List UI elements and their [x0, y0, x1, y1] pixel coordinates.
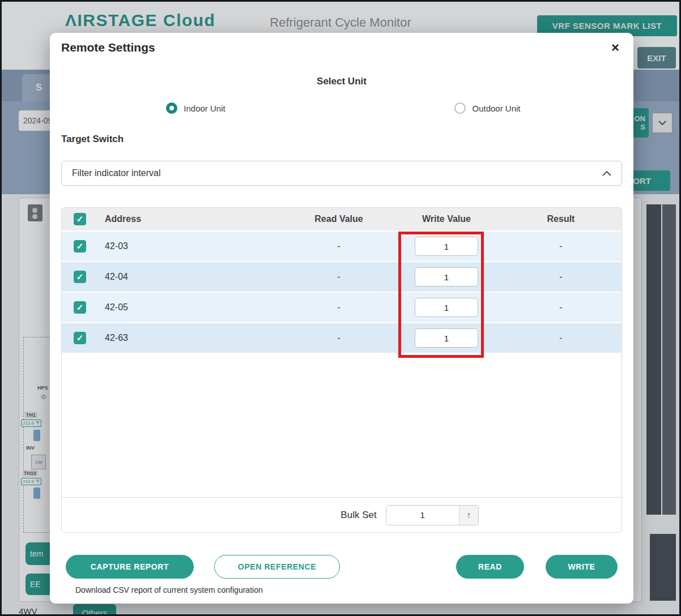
indoor-unit-label: Indoor Unit: [184, 104, 225, 113]
indoor-unit-radio[interactable]: [166, 102, 177, 114]
row-result: -: [500, 302, 622, 313]
row-address: 42-03: [98, 241, 285, 251]
capture-report-caption: Download CSV report of current system co…: [75, 585, 263, 594]
outdoor-unit-option[interactable]: Outdoor Unit: [342, 100, 633, 117]
write-button[interactable]: WRITE: [546, 555, 618, 579]
open-reference-button[interactable]: OPEN REFERENCE: [214, 555, 340, 579]
bulk-set-apply-button[interactable]: ↑: [459, 506, 478, 525]
header-address: Address: [98, 214, 285, 224]
dialog-title: Remote Settings: [61, 41, 155, 54]
header-read-value: Read Value: [285, 214, 393, 224]
capture-report-button[interactable]: CAPTURE REPORT: [66, 555, 194, 579]
row-write-value-input[interactable]: [415, 237, 478, 256]
row-checkbox[interactable]: [74, 240, 86, 253]
table-row: 42-05 - -: [62, 292, 622, 322]
target-switch-value: Filter indicator interval: [72, 168, 161, 178]
row-checkbox[interactable]: [74, 332, 86, 344]
chevron-up-icon: [602, 171, 611, 176]
switch-table: Address Read Value Write Value Result 42…: [61, 207, 622, 533]
read-button[interactable]: READ: [456, 555, 524, 579]
unit-radio-group: Indoor Unit Outdoor Unit: [50, 100, 633, 117]
select-unit-heading: Select Unit: [50, 76, 633, 87]
target-switch-dropdown[interactable]: Filter indicator interval: [61, 161, 622, 186]
table-row: 42-03 - -: [62, 230, 622, 261]
indoor-unit-option[interactable]: Indoor Unit: [50, 100, 342, 117]
table-empty-area: [62, 353, 622, 497]
table-header-row: Address Read Value Write Value Result: [62, 208, 622, 230]
row-checkbox[interactable]: [74, 301, 86, 314]
table-row: 42-04 - -: [62, 261, 622, 292]
table-body: 42-03 - - 42-04 - - 42-05 - - 42-63 - -: [62, 230, 622, 353]
remote-settings-dialog: Remote Settings × Select Unit Indoor Uni…: [50, 33, 633, 604]
row-address: 42-04: [98, 272, 285, 282]
row-read-value: -: [285, 333, 393, 343]
table-row: 42-63 - -: [62, 322, 622, 353]
row-checkbox[interactable]: [74, 271, 86, 283]
row-read-value: -: [285, 241, 393, 251]
header-result: Result: [500, 214, 622, 224]
arrow-up-icon: ↑: [466, 510, 471, 520]
outdoor-unit-radio[interactable]: [454, 102, 466, 114]
row-address: 42-05: [98, 302, 285, 313]
row-result: -: [500, 241, 622, 251]
dialog-actions: CAPTURE REPORT OPEN REFERENCE READ WRITE: [50, 555, 633, 579]
close-icon[interactable]: ×: [606, 38, 624, 57]
bulk-set-row: Bulk Set ↑: [62, 497, 622, 532]
row-result: -: [500, 272, 622, 282]
row-read-value: -: [285, 302, 393, 313]
bulk-set-input[interactable]: [386, 506, 459, 525]
select-all-checkbox[interactable]: [74, 213, 86, 225]
row-write-value-input[interactable]: [415, 328, 478, 348]
header-write-value: Write Value: [393, 214, 500, 224]
bulk-set-group: ↑: [386, 505, 479, 525]
row-address: 42-63: [98, 333, 285, 343]
row-write-value-input[interactable]: [415, 267, 478, 286]
row-write-value-input[interactable]: [415, 298, 478, 317]
app-window: ΛIRSTAGE Cloud Refrigerant Cycle Monitor…: [0, 0, 681, 616]
bulk-set-label: Bulk Set: [341, 510, 376, 521]
row-result: -: [500, 333, 622, 343]
target-switch-heading: Target Switch: [61, 134, 124, 145]
row-read-value: -: [285, 272, 393, 282]
outdoor-unit-label: Outdoor Unit: [472, 104, 520, 113]
